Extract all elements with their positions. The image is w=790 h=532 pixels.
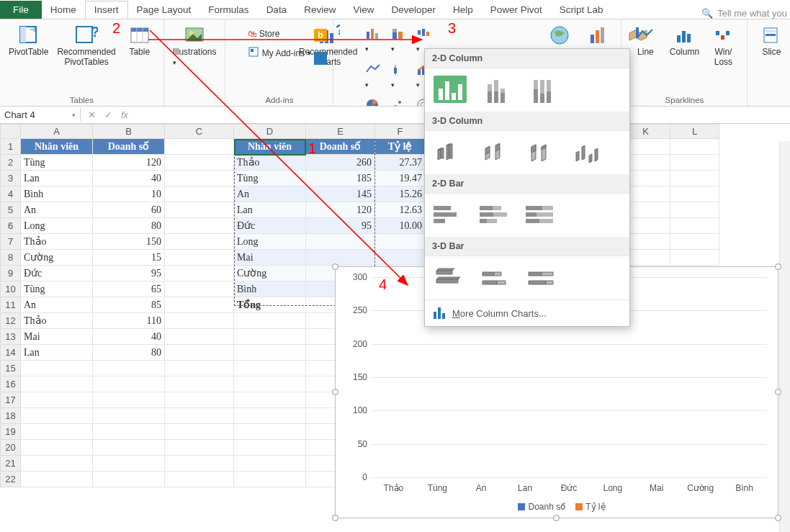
svg-line-50 <box>150 30 408 285</box>
annotation-4: 4 <box>379 276 387 293</box>
annotation-2: 2 <box>112 20 120 37</box>
annotation-3: 3 <box>448 20 456 37</box>
annotation-arrow <box>0 0 790 532</box>
annotation-1: 1 <box>308 140 316 157</box>
